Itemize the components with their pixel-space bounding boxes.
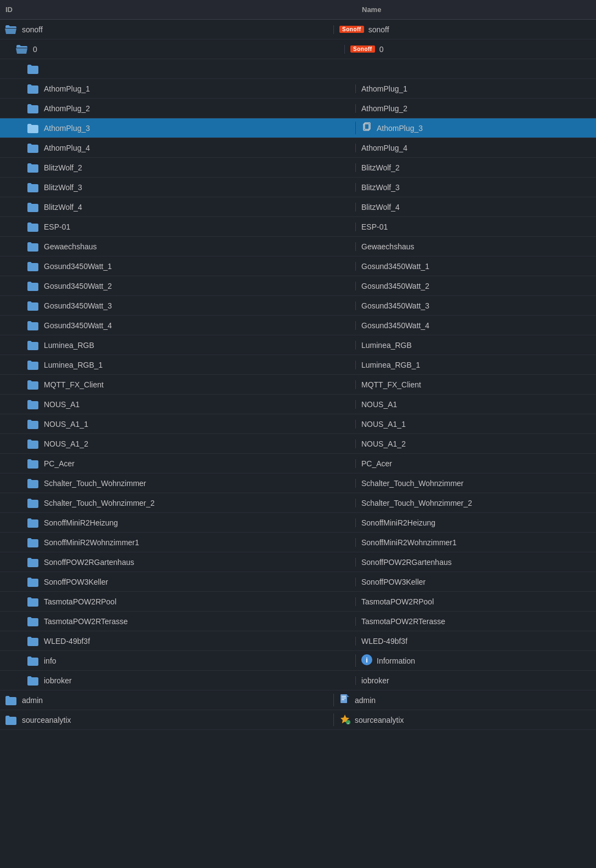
svg-text:i: i	[366, 656, 368, 664]
folder-icon	[26, 142, 39, 153]
row-id-cell: sourceanalytix	[4, 715, 333, 726]
list-item[interactable]: PC_AcerPC_Acer	[0, 454, 596, 473]
row-name-cell: AthomPlug_2	[355, 104, 596, 113]
item-id-label: AthomPlug_1	[44, 84, 90, 93]
row-name-cell: TasmotaPOW2RPool	[355, 597, 596, 606]
list-item[interactable]: NOUS_A1NOUS_A1	[0, 395, 596, 414]
folder-icon	[26, 655, 39, 666]
row-name-cell: Gosund3450Watt_3	[355, 301, 596, 310]
row-id-cell: BlitzWolf_2	[26, 162, 355, 173]
folder-icon	[26, 596, 39, 607]
item-id-label: info	[44, 656, 56, 665]
folder-icon	[4, 695, 18, 706]
list-item[interactable]	[0, 59, 596, 79]
list-item[interactable]: admin admin	[0, 690, 596, 710]
list-item[interactable]: NOUS_A1_2NOUS_A1_2	[0, 434, 596, 454]
list-item[interactable]: SonoffMiniR2HeizungSonoffMiniR2Heizung	[0, 513, 596, 533]
list-item[interactable]: ESP-01ESP-01	[0, 217, 596, 237]
row-id-cell: BlitzWolf_4	[26, 202, 355, 213]
folder-icon	[26, 675, 39, 686]
list-item[interactable]: WLED-49bf3fWLED-49bf3f	[0, 631, 596, 651]
row-name-cell: Gosund3450Watt_1	[355, 262, 596, 271]
row-id-cell: AthomPlug_1	[26, 83, 355, 94]
list-item[interactable]: SonoffMiniR2Wohnzimmer1SonoffMiniR2Wohnz…	[0, 533, 596, 552]
item-id-label: TasmotaPOW2RPool	[44, 597, 116, 606]
row-name-cell: Luminea_RGB	[355, 341, 596, 350]
row-name-cell: SonoffMiniR2Wohnzimmer1	[355, 538, 596, 547]
folder-icon	[26, 300, 39, 311]
item-name-label: sonoff	[368, 25, 389, 34]
row-id-cell: iobroker	[26, 675, 355, 686]
row-id-cell: 0	[15, 44, 344, 55]
folder-icon	[26, 616, 39, 627]
folder-icon	[26, 498, 39, 509]
row-id-cell: Schalter_Touch_Wohnzimmer	[26, 478, 355, 489]
row-name-cell: BlitzWolf_4	[355, 203, 596, 212]
row-name-cell: Sonoffsonoff	[333, 25, 596, 34]
list-item[interactable]: sonoffSonoffsonoff	[0, 20, 596, 39]
row-id-cell: SonoffMiniR2Heizung	[26, 517, 355, 528]
folder-icon	[26, 379, 39, 390]
list-item[interactable]: Gosund3450Watt_2Gosund3450Watt_2	[0, 276, 596, 296]
row-name-cell: NOUS_A1_2	[355, 439, 596, 448]
list-item[interactable]: SonoffPOW3KellerSonoffPOW3Keller	[0, 572, 596, 592]
item-name-label: SonoffMiniR2Heizung	[361, 518, 435, 527]
row-id-cell: AthomPlug_4	[26, 142, 355, 153]
list-item[interactable]: NOUS_A1_1NOUS_A1_1	[0, 414, 596, 434]
list-item[interactable]: BlitzWolf_4BlitzWolf_4	[0, 197, 596, 217]
item-id-label: BlitzWolf_2	[44, 163, 82, 172]
row-id-cell: admin	[4, 695, 333, 706]
row-id-cell: SonoffPOW2RGartenhaus	[26, 557, 355, 568]
item-id-label: sonoff	[22, 25, 43, 34]
list-item[interactable]: Schalter_Touch_Wohnzimmer_2Schalter_Touc…	[0, 493, 596, 513]
list-item[interactable]: AthomPlug_3 AthomPlug_3	[0, 118, 596, 138]
item-name-label: AthomPlug_1	[361, 84, 407, 93]
list-item[interactable]: Gosund3450Watt_3Gosund3450Watt_3	[0, 296, 596, 316]
list-item[interactable]: GewaechshausGewaechshaus	[0, 237, 596, 256]
item-id-label: AthomPlug_4	[44, 144, 90, 152]
item-id-label: Gosund3450Watt_2	[44, 282, 112, 290]
list-item[interactable]: TasmotaPOW2RPoolTasmotaPOW2RPool	[0, 592, 596, 612]
item-name-label: WLED-49bf3f	[361, 637, 407, 646]
item-id-label: WLED-49bf3f	[44, 637, 90, 646]
folder-icon	[26, 419, 39, 430]
row-name-cell: admin	[333, 694, 596, 706]
list-item[interactable]: Schalter_Touch_WohnzimmerSchalter_Touch_…	[0, 473, 596, 493]
list-item[interactable]: Gosund3450Watt_4Gosund3450Watt_4	[0, 316, 596, 335]
list-item[interactable]: sourceanalytix × sourceanalytix	[0, 710, 596, 730]
folder-icon	[26, 281, 39, 292]
list-item[interactable]: Luminea_RGB_1Luminea_RGB_1	[0, 355, 596, 375]
list-item[interactable]: AthomPlug_1AthomPlug_1	[0, 79, 596, 99]
item-id-label: NOUS_A1	[44, 400, 80, 409]
list-item[interactable]: BlitzWolf_2BlitzWolf_2	[0, 158, 596, 178]
list-item[interactable]: TasmotaPOW2RTerasseTasmotaPOW2RTerasse	[0, 612, 596, 631]
item-name-label: SonoffMiniR2Wohnzimmer1	[361, 538, 457, 547]
item-name-label: Schalter_Touch_Wohnzimmer	[361, 479, 464, 488]
list-item[interactable]: BlitzWolf_3BlitzWolf_3	[0, 178, 596, 197]
list-item[interactable]: SonoffPOW2RGartenhausSonoffPOW2RGartenha…	[0, 552, 596, 572]
folder-icon	[26, 458, 39, 469]
row-id-cell: BlitzWolf_3	[26, 182, 355, 193]
row-name-cell: MQTT_FX_Client	[355, 380, 596, 389]
list-item[interactable]: iobrokeriobroker	[0, 671, 596, 690]
folder-icon	[26, 182, 39, 193]
item-name-label: SonoffPOW2RGartenhaus	[361, 558, 452, 567]
list-item[interactable]: MQTT_FX_ClientMQTT_FX_Client	[0, 375, 596, 395]
list-item[interactable]: Gosund3450Watt_1Gosund3450Watt_1	[0, 256, 596, 276]
list-item[interactable]: AthomPlug_4AthomPlug_4	[0, 138, 596, 158]
item-name-label: AthomPlug_3	[377, 124, 423, 133]
list-item[interactable]: info i Information	[0, 651, 596, 671]
row-id-cell: AthomPlug_3	[26, 123, 355, 134]
list-item[interactable]: 0Sonoff0	[0, 39, 596, 59]
tree-container: ID Name sonoffSonoffsonoff 0Sonoff0 Atho…	[0, 0, 596, 730]
list-item[interactable]: AthomPlug_2AthomPlug_2	[0, 99, 596, 118]
list-item[interactable]: Luminea_RGBLuminea_RGB	[0, 335, 596, 355]
folder-icon	[26, 123, 39, 134]
header-row: ID Name	[0, 0, 596, 20]
row-name-cell: i Information	[355, 654, 596, 667]
row-name-cell: AthomPlug_1	[355, 84, 596, 93]
folder-icon	[26, 162, 39, 173]
row-id-cell: Gosund3450Watt_4	[26, 320, 355, 331]
item-name-label: 0	[379, 45, 384, 54]
item-name-label: admin	[355, 696, 376, 705]
